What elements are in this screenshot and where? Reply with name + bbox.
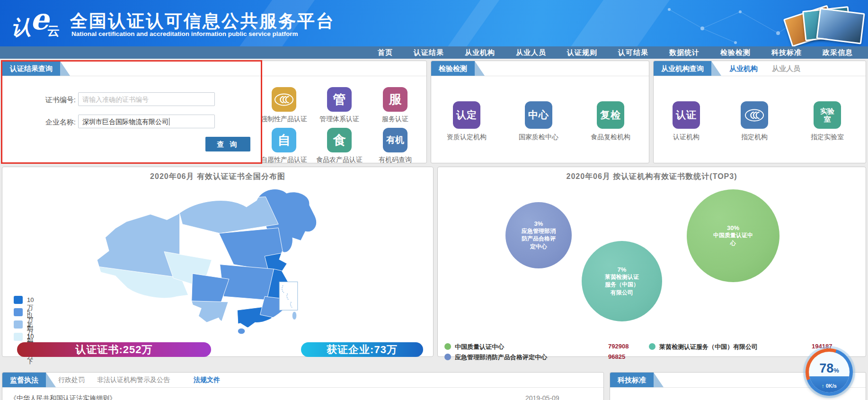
bubble-legend-dot — [649, 343, 655, 350]
bubble-name: 莱茵检测认证服务（中国）有限公司 — [602, 273, 641, 296]
designated-org-icon[interactable] — [741, 101, 768, 129]
food-recheck-icon[interactable]: 复检 — [597, 101, 624, 129]
link-regulation-files[interactable]: 法规文件 — [194, 373, 220, 387]
bubble-legend-label: 应急管理部消防产品合格评定中心 — [455, 353, 547, 362]
nav-personnel[interactable]: 从业人员 — [505, 46, 557, 59]
bubble-cqc[interactable]: 30% 中国质量认证中心 — [687, 189, 779, 282]
bubble-tuv-rheinland[interactable]: 7% 莱茵检测认证服务（中国）有限公司 — [582, 241, 662, 321]
cert-no-input[interactable]: 请输入准确的证书编号 — [78, 92, 215, 106]
nav-cert-results[interactable]: 认证结果 — [403, 46, 454, 59]
qualification-accreditation-icon[interactable]: 认定 — [453, 101, 480, 129]
food-agri-label[interactable]: 食品农产品认证 — [309, 156, 370, 164]
voluntary-product-icon[interactable]: 自 — [272, 128, 296, 152]
cert-org-icon[interactable]: 认证 — [673, 101, 700, 129]
percent-value: 78 — [819, 361, 833, 375]
upload-arrow-icon: ↑ — [822, 383, 824, 389]
management-system-label[interactable]: 管理体系认证 — [309, 115, 370, 124]
nav-inspection[interactable]: 检验检测 — [710, 46, 761, 59]
main-nav: 首页 认证结果 从业机构 从业人员 认证规则 认可结果 数据统计 检验检测 科技… — [0, 46, 868, 59]
browser-speed-ball[interactable]: 78% ↑ 0K/s — [806, 348, 853, 396]
org-query-tab[interactable]: 从业机构查询 — [654, 61, 711, 76]
ccc-cert-label[interactable]: 强制性产品认证 — [253, 115, 315, 124]
logo-ren: 认 — [11, 14, 31, 41]
bubble-legend-label: 中国质量认证中心 — [455, 343, 504, 351]
tech-standard-tab[interactable]: 科技标准 — [610, 373, 654, 387]
cert-query-panel: 认证结果查询 证书编号: 请输入准确的证书编号 企业名称: 深圳市巨合国际物流有… — [2, 61, 427, 163]
cert-no-label: 证书编号: — [31, 92, 76, 107]
bubble-percent: 30% — [727, 224, 739, 231]
designated-org-label[interactable]: 指定机构 — [724, 133, 785, 142]
bubble-chart-title: 2020年06月 按认证机构有效证书数统计(TOP3) — [438, 172, 866, 182]
service-cert-icon[interactable]: 服 — [383, 87, 407, 112]
bubble-chart-panel: 2020年06月 按认证机构有效证书数统计(TOP3) 3% 应急管理部消防产品… — [437, 167, 866, 357]
nav-procurement-info[interactable]: 政采信息 — [812, 46, 863, 59]
national-quality-center-label[interactable]: 国家质检中心 — [508, 133, 569, 142]
glyph: 认证 — [676, 108, 697, 122]
tab-personnel[interactable]: 从业人员 — [772, 61, 800, 76]
text-caret — [169, 118, 169, 125]
food-recheck-label[interactable]: 食品复检机构 — [580, 133, 641, 142]
legend-swatch — [14, 320, 23, 329]
link-administrative-penalty[interactable]: 行政处罚 — [58, 373, 85, 387]
doc-title[interactable]: 《中华人民共和国认证法实施细则》 — [10, 394, 116, 400]
panel-header: 认证结果查询 — [2, 61, 426, 76]
china-map[interactable] — [83, 181, 348, 338]
company-value: 深圳市巨合国际物流有限公司 — [82, 118, 168, 125]
cert-no-row: 证书编号: 请输入准确的证书编号 — [2, 92, 426, 107]
site-logo[interactable]: 认 e 云 — [11, 4, 68, 44]
legend-swatch — [14, 308, 23, 316]
stat-certificates: 认证证书:252万 — [17, 342, 211, 357]
link-illegal-org-warning[interactable]: 非法认证机构警示及公告 — [97, 373, 170, 387]
photo-collage — [774, 3, 864, 44]
logo-e: e — [30, 2, 49, 36]
management-system-icon[interactable]: 管 — [327, 87, 352, 112]
org-query-panel: 从业机构查询 从业机构 从业人员 认证 认证机构 指定机构 实验室 指定实验室 — [653, 61, 866, 163]
nav-org[interactable]: 从业机构 — [454, 46, 505, 59]
speed-value: 0K/s — [826, 383, 837, 389]
voluntary-product-label[interactable]: 自愿性产品认证 — [253, 156, 315, 164]
designated-lab-label[interactable]: 指定实验室 — [797, 133, 858, 142]
organic-code-label[interactable]: 有机码查询 — [364, 156, 426, 164]
glyph: 自 — [278, 132, 291, 149]
bubble-emergency-center[interactable]: 3% 应急管理部消防产品合格评定中心 — [505, 202, 572, 268]
logo-yun: 云 — [47, 23, 60, 39]
legend-swatch — [14, 333, 23, 341]
national-quality-center-icon[interactable]: 中心 — [525, 101, 552, 129]
glyph: 复检 — [600, 108, 621, 122]
glyph: 中心 — [528, 108, 549, 122]
nav-home[interactable]: 首页 — [367, 46, 403, 59]
nav-data-statistics[interactable]: 数据统计 — [659, 46, 710, 59]
ccc-mark-icon — [274, 93, 294, 106]
glyph: 实验室 — [819, 107, 835, 124]
page-header: 认 e 云 全国认证认可信息公共服务平台 National certificat… — [0, 0, 868, 46]
bubble-legend-value: 96825 — [608, 353, 625, 360]
organic-code-icon[interactable]: 有机 — [383, 128, 407, 152]
company-name-input[interactable]: 深圳市巨合国际物流有限公司 — [78, 115, 215, 128]
search-button[interactable]: 查 询 — [205, 137, 250, 151]
supervision-tab[interactable]: 监督执法 — [2, 373, 46, 387]
qualification-accreditation-label[interactable]: 资质认定机构 — [436, 133, 497, 142]
glyph: 管 — [333, 91, 346, 108]
supervision-panel: 监督执法 行政处罚 非法认证机构警示及公告 法规文件 《中华人民共和国认证法实施… — [2, 372, 604, 400]
map-panel: 2020年06月 有效认证证书全国分布图 — [2, 167, 434, 357]
company-label: 企业名称: — [31, 115, 76, 129]
glyph: 有机 — [386, 134, 404, 146]
bubble-name: 应急管理部消防产品合格评定中心 — [520, 227, 558, 250]
inspection-tab[interactable]: 检验检测 — [431, 61, 475, 76]
designated-lab-icon[interactable]: 实验室 — [814, 101, 841, 129]
nav-cert-rules[interactable]: 认证规则 — [557, 46, 608, 59]
ccc-cert-icon[interactable] — [272, 87, 296, 112]
nav-accreditation-results[interactable]: 认可结果 — [608, 46, 659, 59]
bubble-legend-dot — [444, 354, 451, 360]
panel-header: 检验检测 — [431, 61, 649, 76]
tab-org[interactable]: 从业机构 — [729, 61, 758, 76]
site-title: 全国认证认可信息公共服务平台 — [70, 9, 335, 33]
cert-org-label[interactable]: 认证机构 — [655, 133, 717, 142]
nav-tech-standard[interactable]: 科技标准 — [761, 46, 812, 59]
cert-query-tab[interactable]: 认证结果查询 — [2, 61, 60, 76]
service-cert-label[interactable]: 服务认证 — [364, 115, 426, 124]
stat-companies: 获证企业:73万 — [301, 342, 423, 357]
site-subtitle: National certification and accreditation… — [71, 30, 298, 37]
food-agri-icon[interactable]: 食 — [327, 128, 352, 152]
inspection-panel: 检验检测 认定 资质认定机构 中心 国家质检中心 复检 食品复检机构 — [431, 61, 649, 163]
